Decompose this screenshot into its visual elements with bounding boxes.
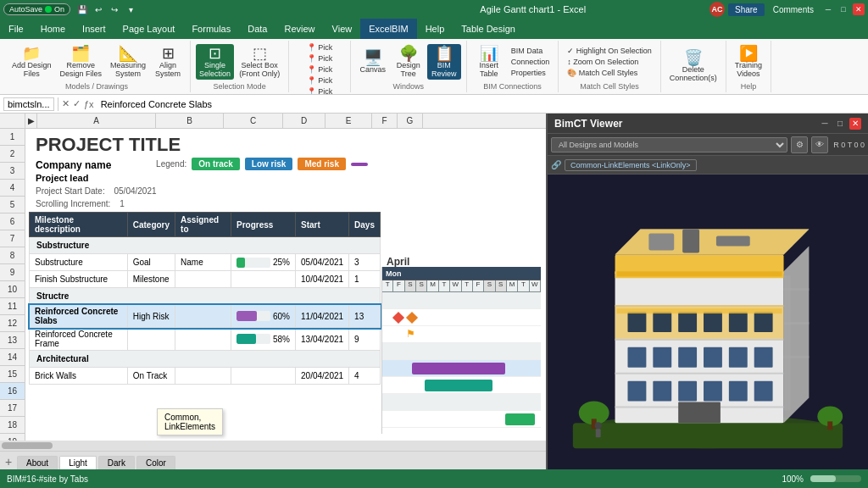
add-design-files-button[interactable]: 📁 Add Design Files bbox=[8, 44, 55, 80]
title-bar-left: AutoSave On 💾 ↩ ↪ ▾ bbox=[3, 3, 356, 16]
customize-qa-button[interactable]: ▾ bbox=[124, 3, 137, 16]
insert-function-icon[interactable]: ƒx bbox=[84, 99, 94, 109]
gantt-bar-teal bbox=[425, 380, 492, 391]
progress-cell bbox=[231, 271, 296, 288]
pick-btn-5[interactable]: 📍 Pick bbox=[303, 86, 337, 95]
share-button[interactable]: Share bbox=[728, 3, 765, 16]
maximize-button[interactable]: □ bbox=[837, 3, 849, 15]
tab-page-layout[interactable]: Page Layout bbox=[114, 19, 184, 39]
save-button[interactable]: 💾 bbox=[75, 3, 89, 16]
tab-table-design[interactable]: Table Design bbox=[453, 19, 524, 39]
tab-home[interactable]: Home bbox=[32, 19, 74, 39]
svg-rect-18 bbox=[653, 347, 671, 368]
tab-data[interactable]: Data bbox=[239, 19, 275, 39]
design-tree-button[interactable]: 🌳 Design Tree bbox=[392, 44, 426, 80]
pick-btn-3[interactable]: 📍 Pick bbox=[303, 64, 337, 75]
tab-color[interactable]: Color bbox=[136, 456, 175, 469]
bimct-designs-dropdown[interactable]: All Designs and Models bbox=[551, 137, 787, 152]
bimct-link-button[interactable]: Common-LinkElements <LinkOnly> bbox=[565, 159, 697, 171]
tab-review[interactable]: Review bbox=[275, 19, 323, 39]
highlight-on-selection-button[interactable]: ✓ Highlight On Selection bbox=[564, 46, 655, 56]
cell-reference-input[interactable] bbox=[3, 97, 54, 111]
bim-properties-button[interactable]: Properties bbox=[508, 68, 554, 78]
undo-button[interactable]: ↩ bbox=[92, 3, 105, 16]
project-meta: Company name Project lead Legend: On tra… bbox=[25, 158, 546, 185]
corner-cell[interactable] bbox=[0, 114, 25, 128]
start-cell: 20/04/2021 bbox=[296, 368, 349, 385]
legend-low-risk[interactable]: Low risk bbox=[245, 158, 293, 170]
tab-file[interactable]: File bbox=[0, 19, 32, 39]
pick-btn-4[interactable]: 📍 Pick bbox=[303, 75, 337, 86]
table-row[interactable]: Brick Walls On Track 20/04/2021 4 bbox=[30, 368, 381, 385]
tab-about[interactable]: About bbox=[17, 456, 58, 469]
tab-insert[interactable]: Insert bbox=[74, 19, 114, 39]
user-avatar[interactable]: AC bbox=[709, 2, 725, 17]
tab-excelbim[interactable]: ExcelBIM bbox=[360, 19, 416, 39]
formula-input[interactable] bbox=[97, 98, 865, 110]
bimct-view-icon[interactable]: 👁 bbox=[811, 136, 828, 153]
bim-connection-props-button[interactable]: Connection bbox=[508, 57, 554, 67]
tab-dark[interactable]: Dark bbox=[98, 456, 135, 469]
bimct-settings-icon[interactable]: ⚙ bbox=[791, 136, 808, 153]
table-row[interactable]: Finish Substructure Milestone 10/04/2021… bbox=[30, 271, 381, 288]
comments-button[interactable]: Comments bbox=[768, 3, 819, 16]
match-cell-styles-button[interactable]: 🎨 Match Cell Styles bbox=[564, 68, 655, 78]
bimct-maximize-button[interactable]: □ bbox=[834, 118, 846, 130]
training-videos-button[interactable]: ▶️ Training Videos bbox=[732, 44, 765, 80]
scroll-thumb[interactable] bbox=[2, 442, 53, 449]
pick-btn-2[interactable]: 📍 Pick bbox=[303, 53, 337, 64]
autosave-toggle[interactable]: AutoSave On bbox=[3, 3, 70, 15]
bimct-minimize-button[interactable]: ─ bbox=[819, 118, 831, 130]
col-header-d[interactable]: D bbox=[283, 114, 326, 128]
bimct-close-button[interactable]: ✕ bbox=[849, 118, 861, 130]
tab-help[interactable]: Help bbox=[417, 19, 453, 39]
pick-btn-1[interactable]: 📍 Pick bbox=[303, 42, 337, 53]
col-header-g[interactable]: G bbox=[398, 114, 423, 128]
svg-rect-12 bbox=[653, 312, 671, 332]
tab-light[interactable]: Light bbox=[59, 456, 97, 469]
measuring-system-button[interactable]: 📐 Measuring System bbox=[107, 44, 149, 80]
tab-formulas[interactable]: Formulas bbox=[183, 19, 239, 39]
legend-on-track[interactable]: On track bbox=[192, 158, 240, 170]
bimct-viewport[interactable] bbox=[548, 175, 868, 469]
single-selection-button[interactable]: ⊡ Single Selection bbox=[196, 44, 234, 80]
col-header-f[interactable]: F bbox=[372, 114, 398, 128]
col-header-a[interactable]: A bbox=[37, 114, 156, 128]
zoom-on-selection-button[interactable]: ↕ Zoom On Selection bbox=[564, 57, 655, 67]
select-box-button[interactable]: ⬚ Select Box (Front Only) bbox=[236, 44, 283, 80]
remove-files-icon: 🗂️ bbox=[71, 46, 90, 61]
tab-view[interactable]: View bbox=[324, 19, 361, 39]
canvas-button[interactable]: 🖥️ Canvas bbox=[356, 48, 390, 75]
day-header-T: T bbox=[382, 280, 393, 291]
table-row-selected[interactable]: Reinforced Concrete Slabs High Risk 60% bbox=[30, 305, 381, 328]
minimize-button[interactable]: ─ bbox=[822, 3, 834, 15]
close-button[interactable]: ✕ bbox=[853, 3, 865, 15]
bim-review-button[interactable]: 📋 BIM Review bbox=[427, 44, 461, 80]
days-cell: 1 bbox=[349, 271, 381, 288]
col-header-c[interactable]: C bbox=[224, 114, 283, 128]
horizontal-scrollbar[interactable] bbox=[0, 441, 546, 451]
add-sheet-button[interactable]: + bbox=[0, 454, 17, 469]
confirm-formula-icon[interactable]: ✓ bbox=[73, 98, 81, 109]
ribbon-tabs: File Home Insert Page Layout Formulas Da… bbox=[0, 19, 868, 39]
select-box-icon: ⬚ bbox=[253, 46, 267, 61]
row-headers: 1 2 3 4 5 6 7 8 9 10 11 12 13 14 15 16 1… bbox=[0, 129, 25, 441]
ribbon-group-pick: 📍 Pick 📍 Pick 📍 Pick 📍 Pick 📍 Pick Pick … bbox=[289, 41, 351, 92]
align-icon: ⊞ bbox=[162, 46, 175, 61]
redo-button[interactable]: ↪ bbox=[108, 3, 121, 16]
bim-data-table-button[interactable]: BIM Data bbox=[508, 46, 554, 56]
models-buttons: 📁 Add Design Files 🗂️ Remove Design File… bbox=[8, 42, 185, 80]
legend-purple[interactable] bbox=[351, 163, 368, 166]
table-row[interactable]: Reinforced Concrete Frame 58% bbox=[30, 328, 381, 351]
cancel-formula-icon[interactable]: ✕ bbox=[62, 98, 70, 109]
align-system-button[interactable]: ⊞ Align System bbox=[151, 44, 185, 80]
legend-label: Legend: bbox=[156, 159, 186, 169]
legend-med-risk[interactable]: Med risk bbox=[298, 158, 346, 170]
delete-connections-button[interactable]: 🗑️ Delete Connection(s) bbox=[666, 48, 721, 84]
zoom-slider[interactable] bbox=[810, 475, 861, 482]
remove-design-files-button[interactable]: 🗂️ Remove Design Files bbox=[57, 44, 106, 80]
col-header-e[interactable]: E bbox=[326, 114, 372, 128]
insert-table-button[interactable]: 📊 Insert Table bbox=[472, 44, 506, 80]
col-header-b[interactable]: B bbox=[156, 114, 224, 128]
table-row[interactable]: Substructure Goal Name 25% bbox=[30, 254, 381, 271]
